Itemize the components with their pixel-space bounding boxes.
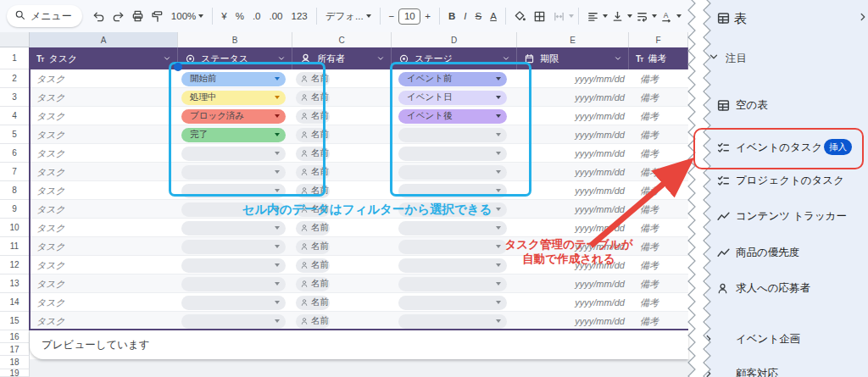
chip-dropdown-arrow[interactable] [275, 263, 280, 267]
column-header-A[interactable]: A [30, 32, 178, 47]
cell-task[interactable]: タスク [36, 219, 65, 237]
owner-chip[interactable]: 名前 [296, 221, 330, 236]
cell-task[interactable]: タスク [36, 88, 65, 107]
row-header-10[interactable]: 10 [0, 219, 30, 237]
due-cell[interactable]: yyyy/mm/dd [542, 88, 625, 107]
row-header-2[interactable]: 2 [0, 69, 30, 88]
note-cell[interactable]: 備考 [640, 144, 659, 163]
decrease-decimal-button[interactable]: .0 [248, 11, 265, 21]
sidebar-item-1[interactable]: 空の表 [706, 90, 868, 120]
undo-button[interactable] [89, 6, 108, 26]
note-cell[interactable]: 備考 [640, 181, 659, 200]
cell-task[interactable]: タスク [36, 125, 65, 144]
cell-task[interactable]: タスク [36, 163, 65, 181]
note-cell[interactable]: 備考 [640, 312, 659, 330]
note-cell[interactable]: 備考 [640, 125, 659, 144]
note-cell[interactable]: 備考 [640, 293, 659, 312]
borders-button[interactable] [530, 6, 549, 26]
stage-chip[interactable] [398, 314, 507, 329]
decrease-font-size-button[interactable]: − [385, 11, 399, 21]
due-cell[interactable]: yyyy/mm/dd [542, 274, 625, 293]
table-header-cell-5[interactable]: 期限 [517, 47, 629, 69]
cell-task[interactable]: タスク [36, 144, 65, 163]
sidebar-item-4[interactable]: コンテンツ トラッカー [706, 201, 868, 231]
text-wrap-button[interactable] [632, 6, 652, 26]
vertical-align-button[interactable] [608, 6, 627, 26]
sidebar-item-7[interactable]: イベント企画 [706, 324, 868, 354]
column-header-B[interactable]: B [178, 32, 292, 47]
row-header-7[interactable]: 7 [0, 163, 30, 181]
text-rotation-button[interactable]: A [657, 6, 676, 26]
note-cell[interactable]: 備考 [640, 107, 659, 125]
row-header-8[interactable]: 8 [0, 181, 30, 200]
sidebar-item-3[interactable]: プロジェクトのタスク [706, 165, 868, 196]
select-all-corner[interactable] [0, 32, 30, 47]
chip-dropdown-arrow[interactable] [496, 301, 501, 304]
italic-button[interactable]: I [459, 11, 470, 21]
due-cell[interactable]: yyyy/mm/dd [542, 144, 625, 163]
print-button[interactable] [128, 6, 147, 26]
paint-format-button[interactable] [147, 6, 167, 26]
cell-task[interactable]: タスク [36, 69, 65, 88]
due-cell[interactable]: yyyy/mm/dd [542, 69, 625, 88]
status-chip[interactable] [181, 296, 286, 310]
text-color-button[interactable]: A [486, 11, 501, 21]
cell-task[interactable]: タスク [36, 200, 65, 219]
merge-cells-button[interactable] [549, 6, 569, 26]
due-cell[interactable]: yyyy/mm/dd [542, 312, 625, 330]
menu-search-box[interactable]: メニュー [7, 5, 82, 27]
cell-task[interactable]: タスク [36, 312, 65, 330]
chip-dropdown-arrow[interactable] [496, 226, 501, 230]
font-select[interactable]: デフォ... [321, 10, 376, 23]
row-header-16[interactable]: 16 [0, 330, 30, 343]
note-cell[interactable]: 備考 [640, 274, 659, 293]
owner-chip[interactable]: 名前 [296, 258, 330, 273]
sidebar-item-6[interactable]: 求人への応募者 [706, 273, 868, 303]
chip-dropdown-arrow[interactable] [275, 282, 280, 286]
chip-dropdown-arrow[interactable] [275, 226, 280, 230]
note-cell[interactable]: 備考 [640, 88, 659, 107]
owner-chip[interactable]: 名前 [296, 277, 330, 291]
row-header-13[interactable]: 13 [0, 274, 30, 293]
cell-task[interactable]: タスク [36, 107, 65, 125]
chip-dropdown-arrow[interactable] [275, 319, 280, 323]
number-format-button[interactable]: 123 [287, 11, 312, 21]
row-header-3[interactable]: 3 [0, 88, 30, 107]
row-header-11[interactable]: 11 [0, 237, 30, 256]
currency-format-button[interactable]: ¥ [217, 11, 231, 21]
cell-task[interactable]: タスク [36, 293, 65, 312]
redo-button[interactable] [108, 6, 128, 26]
row-header-15[interactable]: 15 [0, 312, 30, 330]
due-cell[interactable]: yyyy/mm/dd [542, 125, 625, 144]
close-panel-icon[interactable] [857, 11, 868, 26]
due-cell[interactable]: yyyy/mm/dd [542, 293, 625, 312]
status-chip[interactable] [181, 277, 286, 291]
status-chip[interactable] [181, 240, 286, 254]
chip-dropdown-arrow[interactable] [496, 282, 501, 286]
column-header-C[interactable]: C [292, 32, 392, 47]
note-cell[interactable]: 備考 [640, 163, 659, 181]
strikethrough-button[interactable]: S [471, 11, 487, 21]
zoom-select[interactable]: 100% [167, 11, 208, 21]
sidebar-item-8[interactable]: 顧客対応 [706, 358, 868, 377]
stage-chip[interactable] [398, 277, 507, 291]
status-chip[interactable] [181, 221, 286, 236]
chip-dropdown-arrow[interactable] [496, 319, 501, 323]
stage-chip[interactable] [398, 221, 507, 236]
font-size-input[interactable]: 10 [398, 8, 420, 25]
merge-cells-dropdown[interactable] [569, 14, 574, 18]
stage-chip[interactable] [398, 296, 507, 310]
column-header-F[interactable]: F [629, 32, 688, 47]
row-header-6[interactable]: 6 [0, 144, 30, 163]
table-header-cell-6[interactable]: TT備考 [629, 47, 688, 69]
cell-task[interactable]: タスク [36, 256, 65, 274]
fill-color-button[interactable] [510, 6, 530, 26]
status-chip[interactable] [181, 258, 286, 273]
note-cell[interactable]: 備考 [640, 219, 659, 237]
row-header-17[interactable]: 17 [0, 343, 30, 356]
row-header-14[interactable]: 14 [0, 293, 30, 312]
cell-task[interactable]: タスク [36, 181, 65, 200]
column-header-D[interactable]: D [392, 32, 517, 47]
status-chip[interactable] [181, 314, 286, 329]
due-cell[interactable]: yyyy/mm/dd [542, 200, 625, 219]
